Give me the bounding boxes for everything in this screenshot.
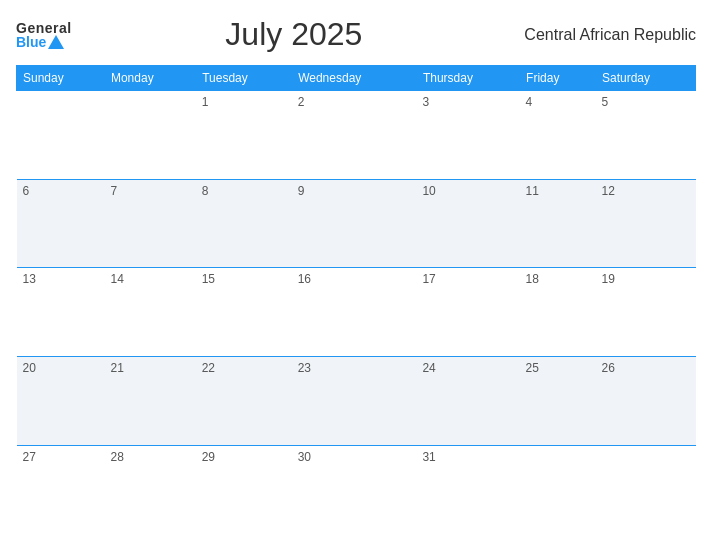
day-number: 22: [202, 361, 215, 375]
calendar-cell: 9: [292, 179, 417, 268]
logo-triangle-icon: [48, 35, 64, 49]
logo-general-text: General: [16, 21, 72, 35]
calendar-cell: [596, 445, 696, 534]
day-number: 15: [202, 272, 215, 286]
week-row: 20212223242526: [17, 357, 696, 446]
day-number: 23: [298, 361, 311, 375]
day-number: 21: [110, 361, 123, 375]
day-number: 27: [23, 450, 36, 464]
day-number: 4: [526, 95, 533, 109]
calendar-region: Central African Republic: [516, 26, 696, 44]
calendar-cell: 25: [520, 357, 596, 446]
col-monday: Monday: [104, 66, 195, 91]
day-number: 2: [298, 95, 305, 109]
day-number: 11: [526, 184, 539, 198]
day-number: 9: [298, 184, 305, 198]
col-tuesday: Tuesday: [196, 66, 292, 91]
calendar-cell: 20: [17, 357, 105, 446]
calendar-body: 1234567891011121314151617181920212223242…: [17, 91, 696, 535]
col-wednesday: Wednesday: [292, 66, 417, 91]
calendar-cell: 13: [17, 268, 105, 357]
calendar-title: July 2025: [225, 16, 362, 53]
calendar-cell: [104, 91, 195, 180]
calendar-cell: 16: [292, 268, 417, 357]
day-number: 14: [110, 272, 123, 286]
day-number: 13: [23, 272, 36, 286]
calendar-cell: 17: [416, 268, 519, 357]
calendar-cell: 5: [596, 91, 696, 180]
calendar-cell: 24: [416, 357, 519, 446]
calendar-cell: 27: [17, 445, 105, 534]
calendar-cell: [17, 91, 105, 180]
week-row: 6789101112: [17, 179, 696, 268]
day-number: 10: [422, 184, 435, 198]
calendar-cell: 18: [520, 268, 596, 357]
calendar-cell: 11: [520, 179, 596, 268]
calendar-header: Sunday Monday Tuesday Wednesday Thursday…: [17, 66, 696, 91]
day-number: 18: [526, 272, 539, 286]
week-row: 2728293031: [17, 445, 696, 534]
day-number: 24: [422, 361, 435, 375]
calendar-cell: 10: [416, 179, 519, 268]
day-number: 6: [23, 184, 30, 198]
day-number: 20: [23, 361, 36, 375]
day-number: 28: [110, 450, 123, 464]
day-number: 29: [202, 450, 215, 464]
calendar-cell: 31: [416, 445, 519, 534]
day-number: 7: [110, 184, 117, 198]
week-row: 12345: [17, 91, 696, 180]
day-number: 17: [422, 272, 435, 286]
day-number: 30: [298, 450, 311, 464]
logo-blue-row: Blue: [16, 35, 64, 49]
day-number: 25: [526, 361, 539, 375]
col-saturday: Saturday: [596, 66, 696, 91]
day-number: 1: [202, 95, 209, 109]
days-of-week-row: Sunday Monday Tuesday Wednesday Thursday…: [17, 66, 696, 91]
page-header: General Blue July 2025 Central African R…: [16, 16, 696, 53]
calendar-cell: 22: [196, 357, 292, 446]
calendar-cell: 23: [292, 357, 417, 446]
calendar-cell: 7: [104, 179, 195, 268]
col-sunday: Sunday: [17, 66, 105, 91]
calendar-cell: 19: [596, 268, 696, 357]
day-number: 16: [298, 272, 311, 286]
logo-blue-text: Blue: [16, 35, 46, 49]
logo: General Blue: [16, 21, 72, 49]
calendar-cell: 4: [520, 91, 596, 180]
calendar-cell: [520, 445, 596, 534]
calendar-cell: 1: [196, 91, 292, 180]
week-row: 13141516171819: [17, 268, 696, 357]
calendar-cell: 3: [416, 91, 519, 180]
calendar-table: Sunday Monday Tuesday Wednesday Thursday…: [16, 65, 696, 534]
day-number: 3: [422, 95, 429, 109]
col-friday: Friday: [520, 66, 596, 91]
calendar-cell: 15: [196, 268, 292, 357]
day-number: 31: [422, 450, 435, 464]
day-number: 5: [602, 95, 609, 109]
day-number: 8: [202, 184, 209, 198]
calendar-cell: 8: [196, 179, 292, 268]
day-number: 19: [602, 272, 615, 286]
calendar-cell: 12: [596, 179, 696, 268]
day-number: 26: [602, 361, 615, 375]
calendar-cell: 26: [596, 357, 696, 446]
calendar-cell: 6: [17, 179, 105, 268]
calendar-cell: 14: [104, 268, 195, 357]
calendar-cell: 21: [104, 357, 195, 446]
calendar-cell: 28: [104, 445, 195, 534]
calendar-cell: 30: [292, 445, 417, 534]
day-number: 12: [602, 184, 615, 198]
calendar-cell: 2: [292, 91, 417, 180]
col-thursday: Thursday: [416, 66, 519, 91]
calendar-cell: 29: [196, 445, 292, 534]
